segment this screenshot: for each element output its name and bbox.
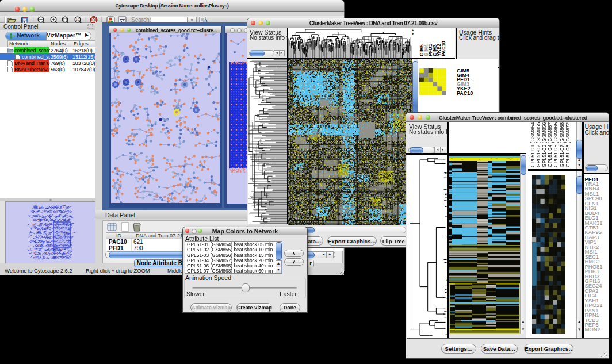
svg-text:Search:: Search: bbox=[131, 17, 151, 23]
svg-text:1:1: 1:1 bbox=[75, 18, 80, 21]
